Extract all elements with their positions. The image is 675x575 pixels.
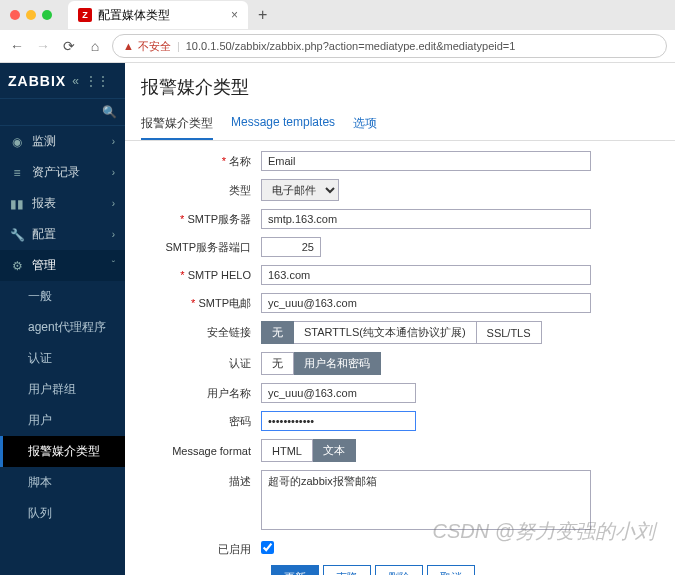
smtp-email-input[interactable] bbox=[261, 293, 591, 313]
security-ssltls[interactable]: SSL/TLS bbox=[477, 321, 542, 344]
home-icon[interactable]: ⌂ bbox=[86, 38, 104, 54]
chevron-right-icon: › bbox=[112, 136, 115, 147]
submenu-proxies[interactable]: agent代理程序 bbox=[0, 312, 125, 343]
menu-label: 监测 bbox=[32, 133, 56, 150]
security-segment: 无 STARTTLS(纯文本通信协议扩展) SSL/TLS bbox=[261, 321, 659, 344]
logo-row: ZABBIX « ⋮⋮ bbox=[0, 63, 125, 99]
username-input[interactable] bbox=[261, 383, 416, 403]
page-title: 报警媒介类型 bbox=[125, 63, 675, 109]
submenu-scripts[interactable]: 脚本 bbox=[0, 467, 125, 498]
name-input[interactable] bbox=[261, 151, 591, 171]
format-html[interactable]: HTML bbox=[261, 439, 313, 462]
delete-button[interactable]: 删除 bbox=[375, 565, 423, 575]
chevron-right-icon: › bbox=[112, 229, 115, 240]
label-enabled: 已启用 bbox=[218, 543, 251, 555]
main-menu: ◉监测› ≡资产记录› ▮▮报表› 🔧配置› ⚙管理ˇ bbox=[0, 126, 125, 281]
menu-inventory[interactable]: ≡资产记录› bbox=[0, 157, 125, 188]
menu-reports[interactable]: ▮▮报表› bbox=[0, 188, 125, 219]
new-tab-button[interactable]: + bbox=[248, 6, 277, 24]
description-textarea[interactable] bbox=[261, 470, 591, 530]
label-auth: 认证 bbox=[229, 357, 251, 369]
type-select[interactable]: 电子邮件 bbox=[261, 179, 339, 201]
submenu: 一般 agent代理程序 认证 用户群组 用户 报警媒介类型 脚本 队列 bbox=[0, 281, 125, 529]
app: ZABBIX « ⋮⋮ 🔍 ◉监测› ≡资产记录› ▮▮报表› 🔧配置› ⚙管理… bbox=[0, 63, 675, 575]
reload-icon[interactable]: ⟳ bbox=[60, 38, 78, 54]
window-max[interactable] bbox=[42, 10, 52, 20]
format-segment: HTML 文本 bbox=[261, 439, 659, 462]
label-smtp-email: SMTP电邮 bbox=[198, 297, 251, 309]
chevron-right-icon: › bbox=[112, 167, 115, 178]
wrench-icon: 🔧 bbox=[10, 228, 24, 242]
submenu-general[interactable]: 一般 bbox=[0, 281, 125, 312]
label-smtp-helo: SMTP HELO bbox=[188, 269, 251, 281]
cancel-button[interactable]: 取消 bbox=[427, 565, 475, 575]
menu-label: 配置 bbox=[32, 226, 56, 243]
tab-close-icon[interactable]: × bbox=[231, 8, 238, 22]
main-panel: 报警媒介类型 报警媒介类型 Message templates 选项 * 名称 … bbox=[125, 63, 675, 575]
browser-tab[interactable]: Z 配置媒体类型 × bbox=[68, 1, 248, 29]
menu-label: 管理 bbox=[32, 257, 56, 274]
update-button[interactable]: 更新 bbox=[271, 565, 319, 575]
enabled-checkbox[interactable] bbox=[261, 541, 274, 554]
collapse-icon[interactable]: « bbox=[72, 74, 79, 88]
tab-options[interactable]: 选项 bbox=[353, 109, 377, 140]
menu-configuration[interactable]: 🔧配置› bbox=[0, 219, 125, 250]
form-actions: 更新 克隆 删除 取消 bbox=[141, 565, 659, 575]
label-name: 名称 bbox=[229, 155, 251, 167]
list-icon: ≡ bbox=[10, 166, 24, 180]
menu-toggle-icon[interactable]: ⋮⋮ bbox=[85, 74, 109, 88]
insecure-warning: ▲ 不安全 bbox=[123, 39, 171, 54]
submenu-usergroups[interactable]: 用户群组 bbox=[0, 374, 125, 405]
auth-userpass[interactable]: 用户名和密码 bbox=[294, 352, 381, 375]
sidebar-search[interactable]: 🔍 bbox=[0, 99, 125, 126]
label-smtp-server: SMTP服务器 bbox=[187, 213, 251, 225]
url-text: 10.0.1.50/zabbix/zabbix.php?action=media… bbox=[186, 40, 516, 52]
tab-title: 配置媒体类型 bbox=[98, 7, 170, 24]
label-smtp-port: SMTP服务器端口 bbox=[165, 241, 251, 253]
back-icon[interactable]: ← bbox=[8, 38, 26, 54]
chevron-right-icon: › bbox=[112, 198, 115, 209]
smtp-port-input[interactable] bbox=[261, 237, 321, 257]
security-none[interactable]: 无 bbox=[261, 321, 294, 344]
gear-icon: ⚙ bbox=[10, 259, 24, 273]
label-type: 类型 bbox=[229, 184, 251, 196]
submenu-queue[interactable]: 队列 bbox=[0, 498, 125, 529]
label-description: 描述 bbox=[229, 475, 251, 487]
smtp-server-input[interactable] bbox=[261, 209, 591, 229]
auth-none[interactable]: 无 bbox=[261, 352, 294, 375]
password-input[interactable] bbox=[261, 411, 416, 431]
auth-segment: 无 用户名和密码 bbox=[261, 352, 659, 375]
smtp-helo-input[interactable] bbox=[261, 265, 591, 285]
url-field[interactable]: ▲ 不安全 | 10.0.1.50/zabbix/zabbix.php?acti… bbox=[112, 34, 667, 58]
forward-icon[interactable]: → bbox=[34, 38, 52, 54]
submenu-mediatypes[interactable]: 报警媒介类型 bbox=[0, 436, 125, 467]
format-text[interactable]: 文本 bbox=[313, 439, 356, 462]
clone-button[interactable]: 克隆 bbox=[323, 565, 371, 575]
chevron-down-icon: ˇ bbox=[112, 260, 115, 271]
label-password: 密码 bbox=[229, 415, 251, 427]
menu-label: 报表 bbox=[32, 195, 56, 212]
bars-icon: ▮▮ bbox=[10, 197, 24, 211]
menu-administration[interactable]: ⚙管理ˇ bbox=[0, 250, 125, 281]
traffic-lights bbox=[0, 10, 62, 20]
eye-icon: ◉ bbox=[10, 135, 24, 149]
submenu-auth[interactable]: 认证 bbox=[0, 343, 125, 374]
browser-chrome: Z 配置媒体类型 × + ← → ⟳ ⌂ ▲ 不安全 | 10.0.1.50/z… bbox=[0, 0, 675, 63]
security-starttls[interactable]: STARTTLS(纯文本通信协议扩展) bbox=[294, 321, 477, 344]
tab-message-templates[interactable]: Message templates bbox=[231, 109, 335, 140]
search-icon: 🔍 bbox=[102, 105, 117, 119]
submenu-users[interactable]: 用户 bbox=[0, 405, 125, 436]
tab-bar: Z 配置媒体类型 × + bbox=[0, 0, 675, 30]
window-close[interactable] bbox=[10, 10, 20, 20]
address-bar: ← → ⟳ ⌂ ▲ 不安全 | 10.0.1.50/zabbix/zabbix.… bbox=[0, 30, 675, 62]
logo: ZABBIX bbox=[8, 73, 66, 89]
tab-media-type[interactable]: 报警媒介类型 bbox=[141, 109, 213, 140]
favicon-icon: Z bbox=[78, 8, 92, 22]
window-min[interactable] bbox=[26, 10, 36, 20]
warning-icon: ▲ bbox=[123, 40, 134, 52]
label-format: Message format bbox=[172, 445, 251, 457]
label-username: 用户名称 bbox=[207, 387, 251, 399]
menu-monitoring[interactable]: ◉监测› bbox=[0, 126, 125, 157]
form: * 名称 类型电子邮件 * SMTP服务器 SMTP服务器端口 * SMTP H… bbox=[125, 141, 675, 575]
content-tabs: 报警媒介类型 Message templates 选项 bbox=[125, 109, 675, 141]
